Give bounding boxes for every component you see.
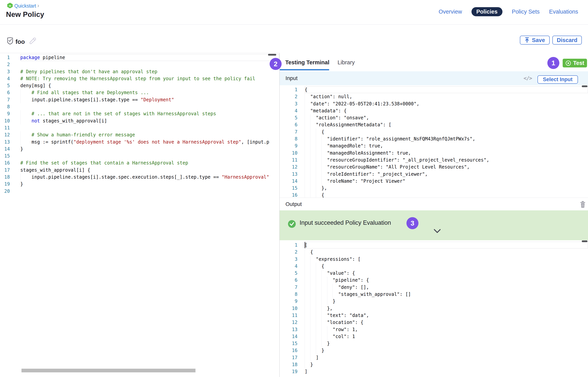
rego-policy-editor[interactable]: 1package pipeline23# Deny pipelines that… xyxy=(0,54,279,195)
code-line-content[interactable]: "expressions": [ xyxy=(305,256,588,263)
line-number: 1 xyxy=(0,54,10,61)
output-scrollbar-thumb[interactable] xyxy=(582,240,588,242)
nav-item-evaluations[interactable]: Evaluations xyxy=(549,9,578,15)
code-line-content[interactable]: } xyxy=(20,181,279,188)
line-number: 3 xyxy=(280,256,297,263)
input-scrollbar-thumb[interactable] xyxy=(582,85,588,87)
code-line-content[interactable]: "pipeline": { xyxy=(305,277,588,284)
code-line-content[interactable]: } xyxy=(305,347,588,354)
indent-guide xyxy=(310,121,310,128)
code-line-content[interactable]: stages_with_approval[i] { xyxy=(20,167,279,174)
indent-guide xyxy=(310,171,310,178)
tab-testing-terminal[interactable]: Testing Terminal xyxy=(285,59,329,66)
line-number: 2 xyxy=(280,248,297,256)
code-line-content[interactable]: not stages_with_approval[i] xyxy=(20,118,279,124)
evaluation-status-banner: Input succeeded Policy Evaluation xyxy=(280,210,588,240)
line-number: 7 xyxy=(0,96,10,103)
code-line-content[interactable]: "col": 1 xyxy=(305,333,588,340)
code-line-content[interactable] xyxy=(20,61,279,68)
code-line-content[interactable]: } xyxy=(20,145,279,153)
chevron-down-icon[interactable] xyxy=(434,229,441,234)
edit-pencil-icon[interactable] xyxy=(29,37,36,45)
code-line-content[interactable]: } xyxy=(305,340,588,347)
code-line-content[interactable]: "stages_with_approval": [] xyxy=(305,291,588,298)
code-line-content[interactable]: "metadata": { xyxy=(305,107,588,114)
indent-guide xyxy=(310,291,310,298)
line-number: 14 xyxy=(280,178,297,185)
code-line-content[interactable]: }, xyxy=(305,185,588,192)
code-line-content[interactable]: package pipeline xyxy=(20,54,279,61)
output-json-editor[interactable]: 1[2 {3 "expressions": [4 {5 "value": {6 … xyxy=(280,242,588,375)
code-line: 9 } xyxy=(280,298,588,305)
code-line-content[interactable]: } xyxy=(305,361,588,368)
code-line-content[interactable]: # Find all stages that are Deployments .… xyxy=(20,89,279,96)
indent-guide xyxy=(316,135,316,142)
line-number: 6 xyxy=(0,89,10,96)
code-line: 11 "text": "data", xyxy=(280,312,588,319)
nav-item-policies[interactable]: Policies xyxy=(472,7,502,16)
code-line-content[interactable]: "action": null, xyxy=(305,93,588,100)
discard-button[interactable]: Discard xyxy=(552,36,582,45)
code-line-content[interactable]: "roleAssignmentMetadata": [ xyxy=(305,121,588,128)
test-button[interactable]: Test xyxy=(563,59,587,67)
code-line-content[interactable]: "value": { xyxy=(305,270,588,277)
code-line: 13 "roleIdentifier": "_project_viewer", xyxy=(280,171,588,178)
code-line-content[interactable] xyxy=(20,153,279,159)
code-line-content[interactable]: "managedRole": true, xyxy=(305,142,588,149)
code-line: 13 "row": 1, xyxy=(280,326,588,333)
editor-scrollbar-thumb[interactable] xyxy=(268,54,276,56)
code-line: 5 "value": { xyxy=(280,270,588,277)
code-line-content[interactable]: ] xyxy=(305,354,588,361)
code-line-content[interactable]: "deny": [], xyxy=(305,284,588,291)
tab-library[interactable]: Library xyxy=(338,59,355,66)
code-line-content[interactable]: }, xyxy=(305,305,588,312)
code-line-content[interactable]: { xyxy=(305,129,588,135)
code-line: 13 msg := sprintf("deployment stage '%s'… xyxy=(0,139,279,145)
code-line-content[interactable]: # NOTE: Try removing the HarnessApproval… xyxy=(20,75,279,82)
code-line-content[interactable]: "text": "data", xyxy=(305,312,588,319)
code-line-content[interactable]: "location": { xyxy=(305,319,588,326)
code-line-content[interactable]: [ xyxy=(305,242,588,248)
code-line-content[interactable]: } xyxy=(305,298,588,305)
code-line-content[interactable]: ] xyxy=(305,368,588,375)
code-line: 8 xyxy=(0,103,279,110)
code-line-content[interactable]: "resourceGroupName": "All Project Level … xyxy=(305,164,588,170)
code-line-content[interactable] xyxy=(20,103,279,110)
code-line: 3# Deny pipelines that don't have an app… xyxy=(0,68,279,75)
code-line-content[interactable]: # Find the set of stages that contain a … xyxy=(20,159,279,166)
nav-item-policy-sets[interactable]: Policy Sets xyxy=(512,9,540,15)
code-view-icon[interactable]: </> xyxy=(523,71,532,85)
code-line-content[interactable]: "date": "2022-05-05T20:41:23.538+0000", xyxy=(305,100,588,107)
select-input-button[interactable]: Select Input xyxy=(537,75,578,84)
code-line-content[interactable]: { xyxy=(305,248,588,256)
code-line-content[interactable]: # Deny pipelines that don't have an appr… xyxy=(20,68,279,75)
code-line-content[interactable]: input.pipeline.stages[i].stage.spec.exec… xyxy=(20,174,279,181)
code-line-content[interactable]: msg := sprintf("deployment stage '%s' do… xyxy=(20,139,279,145)
input-json-editor[interactable]: 1{2 "action": null,3 "date": "2022-05-05… xyxy=(280,86,588,199)
indent-guide xyxy=(310,319,310,326)
line-number: 4 xyxy=(280,107,297,114)
code-line-content[interactable]: "roleName": "Project Viewer" xyxy=(305,178,588,185)
trash-icon[interactable] xyxy=(580,201,586,208)
code-line-content[interactable]: deny[msg] { xyxy=(20,82,279,89)
save-button[interactable]: Save xyxy=(520,36,550,45)
code-line-content[interactable]: # Show a human-friendly error message xyxy=(20,131,279,138)
code-line-content[interactable]: { xyxy=(305,263,588,270)
code-line-content[interactable]: # ... that are not in the set of stages … xyxy=(20,110,279,117)
code-line-content[interactable]: "managedRoleAssignment": true, xyxy=(305,150,588,156)
line-number: 18 xyxy=(280,361,297,368)
code-line-content[interactable] xyxy=(20,188,279,195)
code-line-content[interactable]: { xyxy=(305,86,588,93)
code-line-content[interactable]: "row": 1, xyxy=(305,326,588,333)
indent-guide xyxy=(316,156,316,164)
code-line-content[interactable]: "identifier": "role_assignment_NsFQM43Rq… xyxy=(305,135,588,142)
editor-horizontal-scrollbar[interactable] xyxy=(22,369,195,372)
code-line-content[interactable]: "action": "onsave", xyxy=(305,114,588,121)
code-line-content[interactable]: "resourceGroupIdentifier": "_all_project… xyxy=(305,156,588,164)
code-line-content[interactable] xyxy=(20,124,279,131)
breadcrumb-project-link[interactable]: Quickstart xyxy=(14,3,36,9)
indent-guide xyxy=(310,150,310,156)
code-line-content[interactable]: input.pipeline.stages[i].stage.type == "… xyxy=(20,96,279,103)
nav-item-overview[interactable]: Overview xyxy=(439,9,462,15)
code-line-content[interactable]: "roleIdentifier": "_project_viewer", xyxy=(305,171,588,178)
